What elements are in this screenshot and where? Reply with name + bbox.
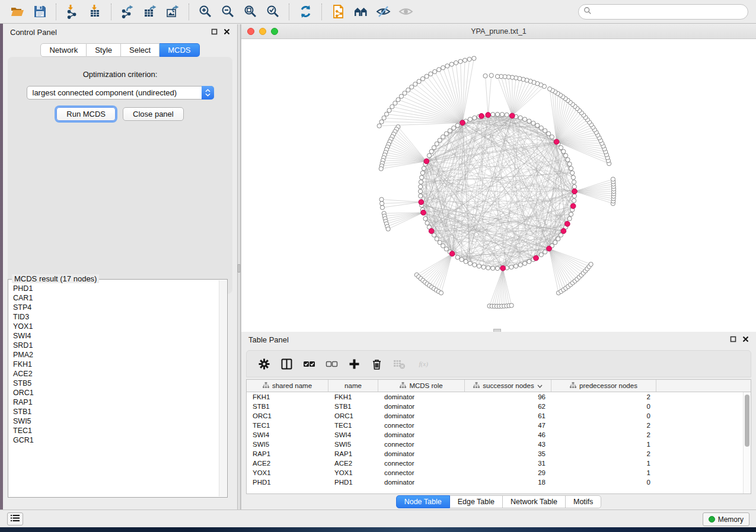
table-row[interactable]: TEC1TEC1connector472 <box>247 421 743 430</box>
cell-shared-name[interactable]: ACE2 <box>247 460 328 467</box>
table-row[interactable]: SWI4SWI4dominator462 <box>247 430 743 440</box>
hide-selected-icon[interactable] <box>372 3 394 21</box>
cell-successor-nodes[interactable]: 96 <box>465 393 551 400</box>
cell-MCDS-role[interactable]: dominator <box>378 479 465 486</box>
cell-predecessor-nodes[interactable]: 0 <box>551 479 656 486</box>
float-panel-icon[interactable] <box>730 334 736 345</box>
cell-predecessor-nodes[interactable]: 2 <box>551 450 656 457</box>
cell-name[interactable]: ACE2 <box>328 460 378 467</box>
mcds-result-item[interactable]: ORC1 <box>13 388 219 398</box>
column-header-successor-nodes[interactable]: successor nodes <box>465 380 551 392</box>
save-session-icon[interactable] <box>28 3 51 21</box>
network-canvas[interactable] <box>241 39 756 332</box>
cell-predecessor-nodes[interactable]: 1 <box>551 441 656 448</box>
cell-MCDS-role[interactable]: connector <box>378 441 465 448</box>
cell-shared-name[interactable]: SWI5 <box>247 441 328 448</box>
cell-name[interactable]: YOX1 <box>328 469 378 476</box>
mcds-result-list[interactable]: PHD1CAR1STP4TID3YOX1SWI4SRD1PMA2FKH1ACE2… <box>9 280 219 496</box>
tab-style[interactable]: Style <box>87 43 121 57</box>
criterion-dropdown[interactable]: largest connected component (undirected) <box>27 86 214 100</box>
network-window-titlebar[interactable]: YPA_prune.txt_1 <box>241 24 756 39</box>
cell-predecessor-nodes[interactable]: 0 <box>551 403 656 410</box>
task-history-button[interactable] <box>7 512 23 525</box>
cell-successor-nodes[interactable]: 47 <box>465 422 551 429</box>
cell-shared-name[interactable]: SWI4 <box>247 431 328 438</box>
column-header-shared-name[interactable]: shared name <box>247 380 328 392</box>
mcds-result-item[interactable]: TEC1 <box>13 426 219 435</box>
mcds-result-item[interactable]: STB5 <box>13 379 219 388</box>
close-panel-button[interactable]: Close panel <box>123 107 184 121</box>
import-table-icon[interactable] <box>84 3 106 21</box>
cell-name[interactable]: FKH1 <box>328 393 378 400</box>
mcds-result-item[interactable]: SWI5 <box>13 416 219 426</box>
table-tab-network-table[interactable]: Network Table <box>503 495 566 508</box>
table-tab-node-table[interactable]: Node Table <box>396 495 450 508</box>
cell-successor-nodes[interactable]: 61 <box>465 412 551 419</box>
network-graph[interactable] <box>241 39 756 332</box>
cell-MCDS-role[interactable]: connector <box>378 422 465 429</box>
cell-shared-name[interactable]: TEC1 <box>247 422 328 429</box>
cell-MCDS-role[interactable]: connector <box>378 469 465 476</box>
columns-icon[interactable] <box>277 355 295 373</box>
cell-shared-name[interactable]: FKH1 <box>247 393 328 400</box>
cell-successor-nodes[interactable]: 31 <box>465 460 551 467</box>
cell-name[interactable]: RAP1 <box>328 450 378 457</box>
cell-MCDS-role[interactable]: dominator <box>378 403 465 410</box>
gear-icon[interactable] <box>255 355 273 373</box>
zoom-fit-icon[interactable] <box>239 3 261 21</box>
vertical-splitter-handle[interactable] <box>238 264 240 273</box>
cell-shared-name[interactable]: YOX1 <box>247 469 328 476</box>
column-header-MCDS-role[interactable]: MCDS role <box>378 380 465 392</box>
cell-predecessor-nodes[interactable]: 2 <box>551 431 656 438</box>
cell-successor-nodes[interactable]: 62 <box>465 403 551 410</box>
mcds-result-item[interactable]: SRD1 <box>13 341 219 350</box>
cell-successor-nodes[interactable]: 43 <box>465 441 551 448</box>
cell-predecessor-nodes[interactable]: 2 <box>551 393 656 400</box>
cell-shared-name[interactable]: RAP1 <box>247 450 328 457</box>
cell-MCDS-role[interactable]: dominator <box>378 450 465 457</box>
mcds-result-item[interactable]: CAR1 <box>13 293 219 303</box>
cell-name[interactable]: ORC1 <box>328 412 378 419</box>
cell-successor-nodes[interactable]: 35 <box>465 450 551 457</box>
table-tab-motifs[interactable]: Motifs <box>566 495 601 508</box>
tab-network[interactable]: Network <box>40 43 87 57</box>
cell-name[interactable]: PHD1 <box>328 479 378 486</box>
tab-select[interactable]: Select <box>121 43 160 57</box>
cell-predecessor-nodes[interactable]: 1 <box>551 469 656 476</box>
table-row[interactable]: ACE2ACE2connector311 <box>247 459 743 468</box>
export-table-icon[interactable] <box>139 3 161 21</box>
close-panel-icon[interactable] <box>224 27 230 37</box>
mcds-result-item[interactable]: YOX1 <box>13 322 219 331</box>
cell-predecessor-nodes[interactable]: 0 <box>551 412 656 419</box>
mcds-result-item[interactable]: FKH1 <box>13 360 219 369</box>
cell-MCDS-role[interactable]: dominator <box>378 393 465 400</box>
mcds-result-item[interactable]: GCR1 <box>13 435 219 445</box>
mcds-result-item[interactable]: STB1 <box>13 407 219 416</box>
table-row[interactable]: RAP1RAP1dominator352 <box>247 449 743 459</box>
table-scrollbar[interactable] <box>743 392 751 493</box>
run-mcds-button[interactable]: Run MCDS <box>56 107 116 121</box>
mcds-result-item[interactable]: SWI4 <box>13 331 219 341</box>
tab-mcds[interactable]: MCDS <box>160 43 199 57</box>
cell-predecessor-nodes[interactable]: 2 <box>551 422 656 429</box>
cell-name[interactable]: TEC1 <box>328 422 378 429</box>
new-network-from-selection-icon[interactable] <box>327 3 349 21</box>
table-row[interactable]: ORC1ORC1dominator610 <box>247 411 743 421</box>
cell-successor-nodes[interactable]: 29 <box>465 469 551 476</box>
zoom-out-icon[interactable] <box>216 3 239 21</box>
table-scrollbar-thumb[interactable] <box>745 395 749 447</box>
cell-MCDS-role[interactable]: dominator <box>378 412 465 419</box>
cell-name[interactable]: SWI4 <box>328 431 378 438</box>
open-file-icon[interactable] <box>6 3 28 21</box>
table-row[interactable]: FKH1FKH1dominator962 <box>247 392 743 402</box>
mcds-result-item[interactable]: ACE2 <box>13 369 219 379</box>
cell-name[interactable]: SWI5 <box>328 441 378 448</box>
mcds-result-item[interactable]: STP4 <box>13 303 219 312</box>
cell-shared-name[interactable]: STB1 <box>247 403 328 410</box>
table-row[interactable]: STB1STB1dominator620 <box>247 402 743 411</box>
table-row[interactable]: PHD1PHD1dominator180 <box>247 477 743 487</box>
mcds-list-scrollbar[interactable] <box>219 280 227 496</box>
first-neighbors-icon[interactable] <box>349 3 372 21</box>
close-panel-icon[interactable] <box>742 334 749 345</box>
mcds-result-item[interactable]: PMA2 <box>13 350 219 360</box>
